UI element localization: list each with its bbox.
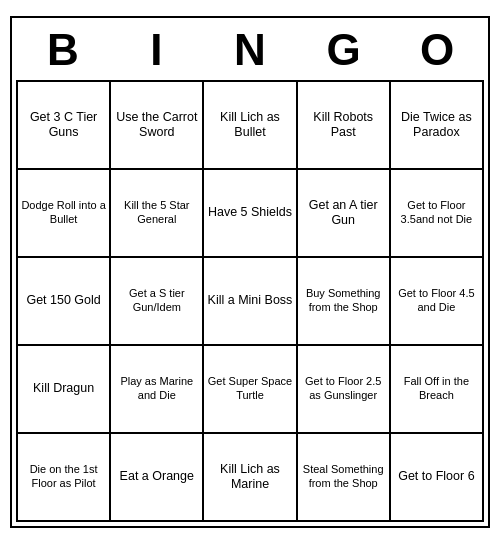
bingo-cell-10[interactable]: Get 150 Gold bbox=[17, 257, 110, 345]
bingo-card: B I N G O Get 3 C Tier GunsUse the Carro… bbox=[10, 16, 490, 528]
bingo-cell-15[interactable]: Kill Dragun bbox=[17, 345, 110, 433]
bingo-cell-2[interactable]: Kill Lich as Bullet bbox=[203, 81, 296, 169]
bingo-cell-16[interactable]: Play as Marine and Die bbox=[110, 345, 203, 433]
bingo-grid: Get 3 C Tier GunsUse the Carrot SwordKil… bbox=[16, 80, 484, 522]
bingo-cell-0[interactable]: Get 3 C Tier Guns bbox=[17, 81, 110, 169]
bingo-cell-8[interactable]: Get an A tier Gun bbox=[297, 169, 390, 257]
bingo-cell-17[interactable]: Get Super Space Turtle bbox=[203, 345, 296, 433]
bingo-cell-20[interactable]: Die on the 1st Floor as Pilot bbox=[17, 433, 110, 521]
bingo-cell-1[interactable]: Use the Carrot Sword bbox=[110, 81, 203, 169]
bingo-cell-24[interactable]: Get to Floor 6 bbox=[390, 433, 483, 521]
bingo-cell-7[interactable]: Have 5 Shields bbox=[203, 169, 296, 257]
bingo-cell-11[interactable]: Get a S tier Gun/Idem bbox=[110, 257, 203, 345]
letter-b: B bbox=[16, 22, 110, 78]
bingo-cell-14[interactable]: Get to Floor 4.5 and Die bbox=[390, 257, 483, 345]
bingo-cell-12[interactable]: Kill a Mini Boss bbox=[203, 257, 296, 345]
letter-o: O bbox=[390, 22, 484, 78]
bingo-cell-18[interactable]: Get to Floor 2.5 as Gunslinger bbox=[297, 345, 390, 433]
bingo-cell-19[interactable]: Fall Off in the Breach bbox=[390, 345, 483, 433]
bingo-cell-21[interactable]: Eat a Orange bbox=[110, 433, 203, 521]
bingo-cell-3[interactable]: Kill Robots Past bbox=[297, 81, 390, 169]
bingo-cell-22[interactable]: Kill Lich as Marine bbox=[203, 433, 296, 521]
bingo-cell-6[interactable]: Kill the 5 Star General bbox=[110, 169, 203, 257]
bingo-header: B I N G O bbox=[16, 22, 484, 78]
bingo-cell-23[interactable]: Steal Something from the Shop bbox=[297, 433, 390, 521]
bingo-cell-4[interactable]: Die Twice as Paradox bbox=[390, 81, 483, 169]
letter-g: G bbox=[297, 22, 391, 78]
letter-n: N bbox=[203, 22, 297, 78]
bingo-cell-9[interactable]: Get to Floor 3.5and not Die bbox=[390, 169, 483, 257]
bingo-cell-13[interactable]: Buy Something from the Shop bbox=[297, 257, 390, 345]
bingo-cell-5[interactable]: Dodge Roll into a Bullet bbox=[17, 169, 110, 257]
letter-i: I bbox=[110, 22, 204, 78]
